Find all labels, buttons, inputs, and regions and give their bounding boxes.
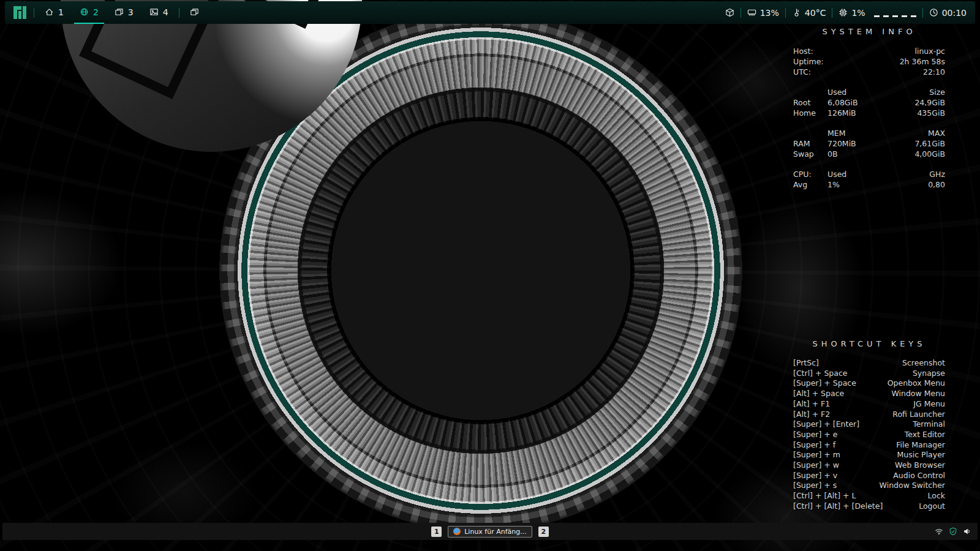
desktop: 1 2 3 4 13% — [0, 0, 980, 551]
shortcut-keys: [Super] + [Enter] — [793, 419, 859, 430]
shortcut-keys-widget: SHORTCUT KEYS [PrtSc]Screenshot [Ctrl] +… — [793, 339, 945, 512]
mem-header-row: MEM MAX — [793, 128, 945, 138]
separator — [34, 8, 34, 18]
shortcut-keys: [Alt] + Space — [793, 389, 844, 399]
clock-indicator[interactable]: 00:10 — [929, 8, 967, 18]
cpu-used-header: Used — [827, 169, 929, 179]
desktop-pager-2[interactable]: 2 — [538, 527, 549, 537]
shortcut-keys: [Super] + m — [793, 450, 840, 460]
top-panel: 1 2 3 4 13% — [5, 1, 975, 24]
manjaro-menu-button[interactable] — [13, 6, 26, 19]
utc-value: 22:10 — [923, 67, 945, 77]
system-info-widget: SYSTEM INFO Host: linux-pc Uptime: 2h 36… — [793, 27, 945, 190]
host-value: linux-pc — [914, 46, 945, 56]
separator — [922, 8, 923, 18]
disk-header-row: Used Size — [793, 87, 945, 97]
shortcut-keys: [Ctrl] + [Alt] + [Delete] — [793, 501, 883, 512]
workspace-2-label: 2 — [93, 7, 99, 17]
shortcut-row: [Super] + SpaceOpenbox Menu — [793, 378, 945, 389]
pager-button[interactable] — [184, 1, 205, 24]
taskbar-item-browser[interactable]: Linux für Anfäng... — [448, 526, 532, 538]
shortcut-action: Synapse — [913, 369, 945, 379]
firewall-tray-item[interactable] — [949, 527, 957, 536]
shortcut-keys: [PrtSc] — [793, 358, 819, 369]
mem-row-swap: Swap 0B 4,00GiB — [793, 149, 945, 159]
workspace-3[interactable]: 3 — [109, 1, 139, 24]
disk-row-home: Home 126MiB 435GiB — [793, 108, 945, 118]
windows-icon — [115, 7, 124, 17]
host-row: Host: linux-pc — [793, 46, 945, 56]
clock-icon — [929, 8, 938, 17]
temperature-indicator[interactable]: 40°C — [792, 8, 826, 18]
shortcut-keys: [Super] + s — [793, 481, 837, 491]
separator — [832, 8, 832, 18]
bottom-panel: 1 Linux für Anfäng... 2 — [2, 523, 978, 540]
shortcut-action: Openbox Menu — [888, 378, 945, 389]
shortcut-keys: [Super] + f — [793, 440, 835, 451]
shortcut-row: [Super] + eText Editor — [793, 430, 945, 440]
package-updates-indicator[interactable] — [725, 8, 734, 17]
shortcut-row: [Super] + vAudio Control — [793, 471, 945, 481]
shortcut-row: [PrtSc]Screenshot — [793, 358, 945, 369]
workspace-1-label: 1 — [58, 7, 64, 17]
workspace-4[interactable]: 4 — [144, 1, 174, 24]
volume-tray-item[interactable] — [963, 527, 971, 536]
package-icon — [725, 8, 734, 17]
memory-indicator[interactable]: 13% — [747, 8, 779, 18]
firefox-icon — [453, 528, 461, 535]
shortcut-row: [Alt] + SpaceWindow Menu — [793, 389, 945, 399]
workspace-1[interactable]: 1 — [39, 1, 69, 24]
workspace-3-label: 3 — [128, 7, 134, 17]
shortcut-action: Audio Control — [893, 471, 945, 481]
shortcut-action: Logout — [919, 501, 945, 512]
shortcut-row: [Ctrl] + SpaceSynapse — [793, 369, 945, 379]
ram-icon — [747, 8, 756, 17]
disk-row-root: Root 6,08GiB 24,9GiB — [793, 97, 945, 108]
temperature-value: 40°C — [805, 8, 826, 18]
shortcut-action: Music Player — [897, 450, 945, 460]
shortcut-keys: [Super] + e — [793, 430, 838, 440]
clock-value: 00:10 — [942, 8, 967, 18]
system-info-title: SYSTEM INFO — [793, 27, 945, 36]
mem-max-header: MAX — [928, 128, 945, 138]
utc-label: UTC: — [793, 67, 811, 77]
separator — [741, 8, 741, 18]
shortcut-action: JG Menu — [913, 399, 945, 410]
shortcut-row: [Alt] + F1JG Menu — [793, 399, 945, 410]
memory-value: 13% — [760, 8, 779, 18]
shortcut-row: [Super] + mMusic Player — [793, 450, 945, 460]
pager-icon — [190, 7, 199, 17]
cpu-indicator[interactable]: 1% — [839, 8, 865, 18]
shortcut-action: Lock — [927, 491, 945, 501]
taskbar-item-label: Linux für Anfäng... — [464, 528, 527, 536]
speaker-icon — [963, 527, 971, 536]
shortcut-row: [Super] + wWeb Browser — [793, 460, 945, 471]
cpu-label: CPU: — [793, 169, 827, 179]
disk-size-header: Size — [929, 87, 945, 97]
mem-row-ram: RAM 720MiB 7,61GiB — [793, 138, 945, 149]
network-tray-item[interactable] — [935, 527, 943, 536]
shortcut-action: Text Editor — [905, 430, 945, 440]
cpu-row-avg: Avg 1% 0,80 — [793, 179, 945, 190]
shortcut-action: Rofi Launcher — [892, 410, 945, 420]
shortcut-row: [Ctrl] + [Alt] + LLock — [793, 491, 945, 501]
shortcut-row: [Super] + fFile Manager — [793, 440, 945, 451]
cpu-header-row: CPU: Used GHz — [793, 169, 945, 179]
disk-used-header: Used — [827, 87, 929, 97]
wifi-icon — [935, 527, 943, 536]
cpu-chip-icon — [839, 8, 848, 17]
cpu-value: 1% — [851, 8, 865, 18]
separator — [179, 8, 179, 18]
shortcut-action: Terminal — [913, 419, 945, 430]
uptime-value: 2h 36m 58s — [900, 56, 945, 67]
shortcut-action: Window Switcher — [880, 481, 945, 491]
workspace-2[interactable]: 2 — [74, 1, 104, 24]
desktop-pager-1[interactable]: 1 — [431, 527, 442, 537]
shortcut-row: [Ctrl] + [Alt] + [Delete]Logout — [793, 501, 945, 512]
separator — [785, 8, 786, 18]
shortcut-action: File Manager — [896, 440, 945, 451]
shortcut-keys: [Super] + v — [793, 471, 837, 481]
status-cluster: 13% 40°C 1% 00:10 — [725, 8, 967, 18]
image-icon — [149, 7, 159, 17]
cpu-history-graph[interactable] — [874, 9, 916, 17]
